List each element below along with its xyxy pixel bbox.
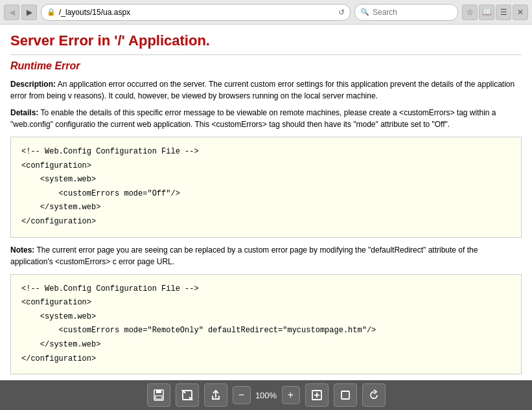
svg-rect-7 — [341, 391, 349, 399]
code-line-1-1: <!-- Web.Config Configuration File --> — [21, 145, 511, 159]
code-box-2: <!-- Web.Config Configuration File --> <… — [10, 274, 522, 375]
details-section: Details: To enable the details of this s… — [10, 107, 522, 130]
search-bar-container: 🔍 — [354, 4, 458, 21]
zoom-level: 100% — [253, 391, 279, 400]
share-button[interactable] — [204, 383, 227, 407]
search-input[interactable] — [373, 8, 470, 17]
runtime-error-heading: Runtime Error — [10, 60, 522, 72]
notes-text: The current error page you are seeing ca… — [10, 245, 478, 266]
code-line-1-7: </configuration> — [21, 215, 511, 229]
notes-label: Notes: — [10, 245, 34, 255]
code-line-2-5: <customErrors mode="RemoteOnly" defaultR… — [21, 324, 511, 338]
lock-icon: 🔒 — [47, 8, 56, 16]
details-text: To enable the details of this specific e… — [10, 108, 496, 129]
notes-section: Notes: The current error page you are se… — [10, 244, 522, 268]
code-line-1-6: </system.web> — [21, 201, 511, 215]
address-bar: 🔒 ↺ — [41, 4, 351, 21]
description-text: An application error occurred on the ser… — [10, 80, 515, 100]
search-magnifier-icon: 🔍 — [360, 8, 369, 16]
code-line-2-7: </configuration> — [21, 352, 511, 367]
description-section: Description: An application error occurr… — [10, 78, 522, 102]
code-box-1: <!-- Web.Config Configuration File --> <… — [10, 137, 522, 238]
crop-button[interactable] — [334, 383, 357, 407]
refresh-icon[interactable]: ↺ — [338, 8, 345, 17]
code-line-1-4: <system.web> — [21, 173, 511, 187]
code-line-2-1: <!-- Web.Config Configuration File --> — [21, 282, 511, 297]
expand-button[interactable] — [176, 383, 199, 407]
zoom-control: − 100% + — [233, 386, 300, 404]
browser-action-buttons: ☆ 📖 ☰ ✕ — [462, 5, 528, 20]
description-label: Description: — [10, 80, 56, 89]
reader-button[interactable]: 📖 — [479, 5, 494, 20]
zoom-in-button[interactable]: + — [282, 386, 300, 404]
nav-buttons: ◀ ▶ — [4, 5, 37, 20]
code-line-1-3: <configuration> — [21, 159, 511, 174]
forward-button[interactable]: ▶ — [21, 5, 37, 20]
svg-rect-2 — [156, 396, 162, 399]
rotate-button[interactable] — [362, 383, 386, 407]
browser-chrome: ◀ ▶ 🔒 ↺ 🔍 ☆ 📖 ☰ ✕ — [0, 0, 532, 25]
code-line-2-4: <system.web> — [21, 310, 511, 325]
page-content: Server Error in '/' Application. Runtime… — [0, 25, 532, 380]
menu-button[interactable]: ☰ — [496, 5, 511, 20]
bottom-toolbar: − 100% + — [0, 380, 532, 410]
url-input[interactable] — [59, 8, 335, 17]
code-line-2-3: <configuration> — [21, 296, 511, 310]
page-title: Server Error in '/' Application. — [10, 32, 522, 55]
fit-page-button[interactable] — [305, 383, 329, 407]
bookmark-button[interactable]: ☆ — [462, 5, 478, 20]
zoom-out-button[interactable]: − — [233, 386, 251, 404]
details-label: Details: — [10, 108, 38, 117]
save-button[interactable] — [147, 383, 170, 407]
back-button[interactable]: ◀ — [4, 5, 19, 20]
code-line-1-5: <customErrors mode="Off"/> — [21, 187, 511, 201]
svg-rect-1 — [156, 390, 161, 393]
code-line-2-6: </system.web> — [21, 338, 511, 352]
close-button[interactable]: ✕ — [513, 5, 528, 20]
